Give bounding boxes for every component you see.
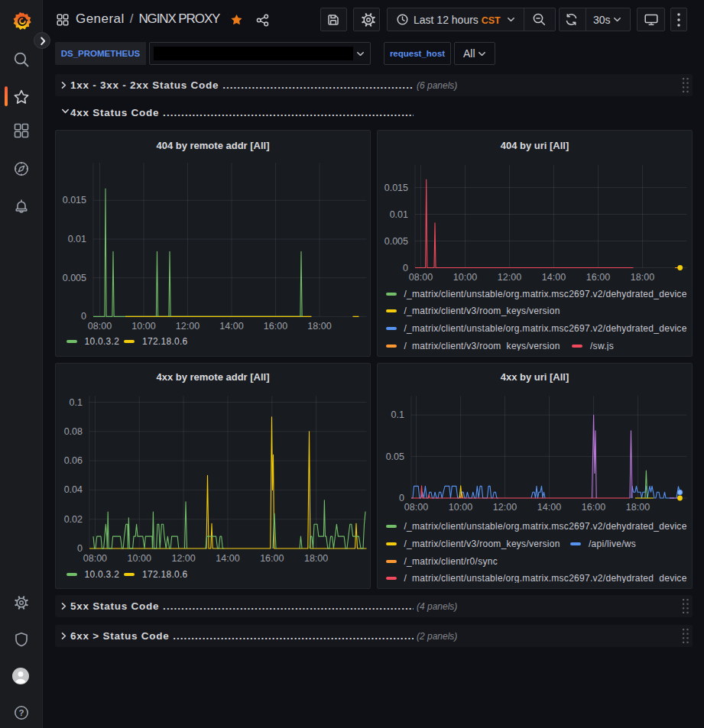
svg-text:0.01: 0.01 [68, 234, 86, 244]
svg-text:?: ? [18, 708, 24, 717]
svg-text:12:00: 12:00 [171, 553, 195, 564]
svg-text:0.08: 0.08 [64, 426, 83, 437]
svg-text:0.04: 0.04 [64, 484, 83, 495]
svg-text:14:00: 14:00 [219, 321, 243, 332]
svg-text:12:00: 12:00 [176, 321, 200, 332]
svg-text:14:00: 14:00 [216, 553, 239, 564]
svg-text:10:00: 10:00 [128, 553, 151, 564]
svg-text:0: 0 [81, 311, 86, 322]
svg-text:0.1: 0.1 [70, 397, 83, 408]
svg-text:16:00: 16:00 [264, 321, 287, 332]
svg-text:0.015: 0.015 [63, 195, 86, 205]
svg-text:18:00: 18:00 [304, 553, 328, 564]
svg-text:10:00: 10:00 [131, 321, 155, 332]
svg-text:08:00: 08:00 [83, 553, 107, 564]
svg-text:0: 0 [77, 543, 83, 554]
svg-text:18:00: 18:00 [307, 321, 331, 332]
svg-text:16:00: 16:00 [260, 553, 284, 564]
svg-text:08:00: 08:00 [88, 321, 112, 332]
svg-text:0.06: 0.06 [64, 455, 83, 466]
svg-text:0.005: 0.005 [63, 273, 86, 283]
svg-text:0.02: 0.02 [64, 514, 83, 525]
